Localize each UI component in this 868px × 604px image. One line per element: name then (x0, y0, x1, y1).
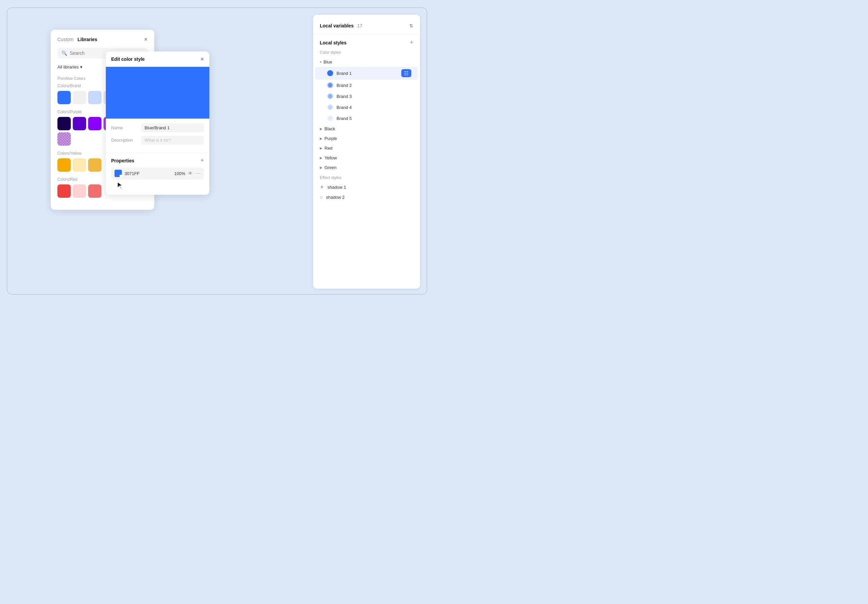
description-field-row: Description What is it for? (111, 136, 204, 144)
effect-item-shadow1[interactable]: ☀ shadow 1 (313, 182, 420, 192)
style-item-brand3[interactable]: Brand 3 (315, 91, 418, 102)
green-group-name: Green (324, 165, 336, 170)
green-chevron-icon: ▶ (320, 166, 322, 169)
style-group-red: ▶ Red (313, 144, 420, 153)
color-styles-label: Color styles (313, 50, 420, 55)
add-style-button[interactable]: + (410, 39, 413, 46)
swatch-purple-checker[interactable] (57, 132, 71, 146)
shadow1-icon: ☀ (320, 185, 324, 190)
shadow2-name: shadow 2 (326, 195, 344, 200)
color-property-row: 3071FF 100% 👁 — (111, 168, 204, 179)
black-chevron-icon: ▶ (320, 127, 322, 130)
style-group-green: ▶ Green (313, 163, 420, 172)
edit-panel-header: Edit color style × (106, 51, 209, 67)
brand3-dot (327, 93, 333, 99)
swatch-brand-3[interactable] (88, 91, 101, 104)
property-color-swatch[interactable] (115, 170, 122, 177)
visibility-icon[interactable]: 👁 (188, 171, 193, 176)
swatch-purple-3[interactable] (88, 117, 101, 130)
description-placeholder[interactable]: What is it for? (141, 136, 204, 144)
shadow2-icon: ○ (320, 194, 322, 200)
libraries-tabs: Custom Libraries (57, 37, 97, 42)
swatch-red-2[interactable] (73, 185, 86, 198)
brand1-edit-button[interactable] (401, 69, 411, 77)
search-icon: 🔍 (61, 50, 67, 56)
purple-group-header[interactable]: ▶ Purple (313, 134, 420, 143)
style-item-brand4[interactable]: Brand 4 (315, 102, 418, 113)
brand4-name: Brand 4 (336, 105, 352, 110)
outer-container: Custom Libraries × 🔍 All libraries ▾ ⊞ P… (7, 7, 427, 295)
name-label: Name (111, 125, 141, 130)
green-group-header[interactable]: ▶ Green (313, 163, 420, 172)
properties-section: Properties + 3071FF 100% 👁 — (106, 153, 209, 195)
brand2-dot (327, 82, 333, 88)
opacity-value: 100% (174, 171, 185, 176)
swatch-yellow-2[interactable] (73, 158, 86, 172)
yellow-group-name: Yellow (324, 155, 337, 160)
all-libraries-button[interactable]: All libraries ▾ (57, 64, 82, 70)
swatch-yellow-3[interactable] (88, 158, 101, 172)
brand4-dot (327, 104, 333, 110)
brand5-dot (327, 115, 333, 121)
blue-group-name: Blue (324, 59, 332, 64)
local-styles-title: Local styles (320, 40, 347, 45)
description-label: Description (111, 138, 141, 143)
style-item-brand1[interactable]: Brand 1 (315, 67, 418, 79)
swatch-purple-1[interactable] (57, 117, 71, 130)
local-variables-row: Local variables 17 ⇅ (313, 22, 420, 34)
edit-panel-body: Name Blue/Brand 1 Description What is it… (106, 119, 209, 153)
edit-panel-close-button[interactable]: × (200, 56, 204, 62)
tab-libraries[interactable]: Libraries (78, 37, 97, 42)
brand5-left: Brand 5 (327, 115, 352, 121)
brand1-name: Brand 1 (336, 71, 352, 76)
brand5-name: Brand 5 (336, 116, 352, 121)
local-variables-title-group: Local variables 17 (320, 23, 362, 29)
style-item-brand2[interactable]: Brand 2 (315, 80, 418, 90)
cursor-area (111, 181, 204, 191)
red-group-header[interactable]: ▶ Red (313, 144, 420, 153)
right-panel: Local variables 17 ⇅ Local styles + Colo… (313, 15, 420, 289)
swatch-red-3[interactable] (88, 185, 101, 198)
name-field-row: Name Blue/Brand 1 (111, 123, 204, 132)
color-preview (106, 67, 209, 119)
black-group-header[interactable]: ▶ Black (313, 124, 420, 133)
swatch-red-1[interactable] (57, 185, 71, 198)
tab-custom[interactable]: Custom (57, 37, 73, 42)
brand1-left: Brand 1 (327, 70, 352, 76)
all-libraries-label: All libraries (57, 64, 79, 70)
brand2-name: Brand 2 (336, 83, 352, 88)
add-property-button[interactable]: + (200, 157, 204, 164)
swatch-purple-2[interactable] (73, 117, 86, 130)
yellow-group-header[interactable]: ▶ Yellow (313, 153, 420, 162)
style-group-yellow: ▶ Yellow (313, 153, 420, 162)
edit-color-panel: Edit color style × Name Blue/Brand 1 Des… (106, 51, 209, 195)
blue-group-header[interactable]: ▾ Blue (313, 57, 420, 67)
swatch-brand-2[interactable] (73, 91, 86, 104)
libraries-close-button[interactable]: × (144, 36, 147, 42)
swatch-yellow-1[interactable] (57, 158, 71, 172)
blue-chevron-icon: ▾ (320, 60, 321, 64)
properties-title: Properties (111, 158, 134, 163)
edit-panel-title: Edit color style (111, 56, 144, 62)
brand3-left: Brand 3 (327, 93, 352, 99)
style-group-black: ▶ Black (313, 124, 420, 133)
name-value[interactable]: Blue/Brand 1 (141, 123, 204, 132)
libraries-header: Custom Libraries × (57, 36, 147, 42)
remove-property-icon[interactable]: — (195, 170, 201, 176)
style-group-purple: ▶ Purple (313, 134, 420, 143)
brand3-name: Brand 3 (336, 94, 352, 99)
divider-1 (313, 34, 420, 34)
brand4-left: Brand 4 (327, 104, 352, 110)
hex-value[interactable]: 3071FF (124, 171, 172, 176)
properties-header: Properties + (111, 157, 204, 164)
black-group-name: Black (324, 126, 335, 131)
effect-item-shadow2[interactable]: ○ shadow 2 (313, 192, 420, 202)
swatch-brand-1[interactable] (57, 91, 71, 104)
red-chevron-icon: ▶ (320, 146, 322, 150)
effect-styles-label: Effect styles (313, 173, 420, 182)
adjust-icon[interactable]: ⇅ (409, 23, 413, 28)
style-item-brand5[interactable]: Brand 5 (315, 113, 418, 124)
variables-count: 17 (357, 23, 363, 28)
chevron-down-icon: ▾ (80, 64, 82, 70)
shadow1-name: shadow 1 (327, 185, 346, 190)
